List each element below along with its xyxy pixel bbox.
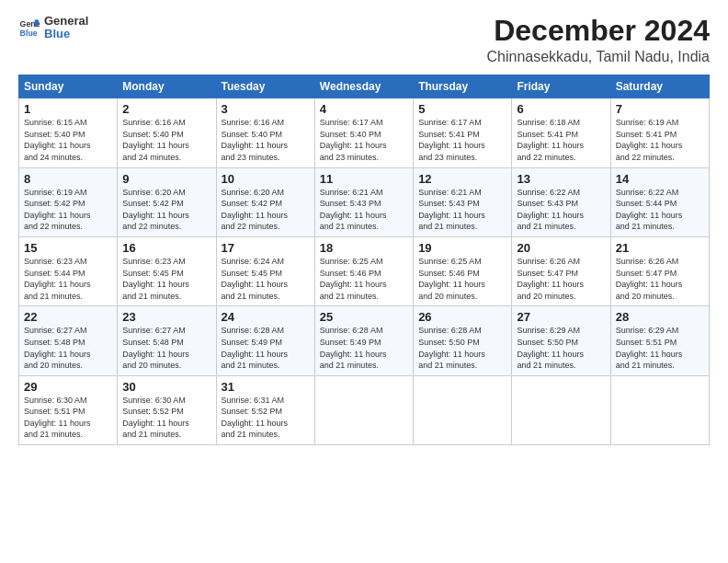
header-monday: Monday bbox=[118, 75, 216, 98]
cell-info: Sunrise: 6:20 AM Sunset: 5:42 PM Dayligh… bbox=[222, 187, 310, 233]
day-number: 4 bbox=[320, 102, 408, 116]
cell-info: Sunrise: 6:17 AM Sunset: 5:40 PM Dayligh… bbox=[320, 117, 408, 163]
header-thursday: Thursday bbox=[414, 75, 512, 98]
calendar-cell: 1Sunrise: 6:15 AM Sunset: 5:40 PM Daylig… bbox=[19, 98, 118, 167]
header-tuesday: Tuesday bbox=[216, 75, 314, 98]
empty-cell bbox=[512, 375, 610, 444]
day-number: 12 bbox=[418, 172, 506, 186]
calendar-cell: 14Sunrise: 6:22 AM Sunset: 5:44 PM Dayli… bbox=[610, 167, 709, 236]
cell-info: Sunrise: 6:26 AM Sunset: 5:47 PM Dayligh… bbox=[517, 256, 605, 302]
calendar-cell: 3Sunrise: 6:16 AM Sunset: 5:40 PM Daylig… bbox=[216, 98, 314, 167]
calendar-cell: 29Sunrise: 6:30 AM Sunset: 5:51 PM Dayli… bbox=[19, 375, 118, 444]
day-number: 3 bbox=[222, 102, 310, 116]
calendar-cell: 4Sunrise: 6:17 AM Sunset: 5:40 PM Daylig… bbox=[314, 98, 413, 167]
day-number: 18 bbox=[320, 241, 408, 255]
cell-info: Sunrise: 6:25 AM Sunset: 5:46 PM Dayligh… bbox=[320, 256, 408, 302]
calendar-cell: 24Sunrise: 6:28 AM Sunset: 5:49 PM Dayli… bbox=[216, 306, 314, 375]
title-area: December 2024 Chinnasekkadu, Tamil Nadu,… bbox=[486, 15, 710, 65]
day-number: 22 bbox=[24, 310, 112, 324]
empty-cell bbox=[314, 375, 413, 444]
day-number: 19 bbox=[418, 241, 506, 255]
week-row-1: 1Sunrise: 6:15 AM Sunset: 5:40 PM Daylig… bbox=[19, 98, 710, 167]
calendar-cell: 25Sunrise: 6:28 AM Sunset: 5:49 PM Dayli… bbox=[314, 306, 413, 375]
cell-info: Sunrise: 6:18 AM Sunset: 5:41 PM Dayligh… bbox=[517, 117, 605, 163]
day-number: 31 bbox=[222, 380, 310, 394]
cell-info: Sunrise: 6:19 AM Sunset: 5:41 PM Dayligh… bbox=[616, 117, 704, 163]
cell-info: Sunrise: 6:16 AM Sunset: 5:40 PM Dayligh… bbox=[122, 117, 210, 163]
calendar-cell: 13Sunrise: 6:22 AM Sunset: 5:43 PM Dayli… bbox=[512, 167, 610, 236]
cell-info: Sunrise: 6:16 AM Sunset: 5:40 PM Dayligh… bbox=[222, 117, 310, 163]
calendar-cell: 30Sunrise: 6:30 AM Sunset: 5:52 PM Dayli… bbox=[118, 375, 216, 444]
header-saturday: Saturday bbox=[610, 75, 709, 98]
header-friday: Friday bbox=[512, 75, 610, 98]
svg-text:Blue: Blue bbox=[20, 29, 38, 38]
month-title: December 2024 bbox=[486, 15, 710, 47]
calendar-cell: 6Sunrise: 6:18 AM Sunset: 5:41 PM Daylig… bbox=[512, 98, 610, 167]
cell-info: Sunrise: 6:21 AM Sunset: 5:43 PM Dayligh… bbox=[320, 187, 408, 233]
cell-info: Sunrise: 6:22 AM Sunset: 5:44 PM Dayligh… bbox=[616, 187, 704, 233]
week-row-3: 15Sunrise: 6:23 AM Sunset: 5:44 PM Dayli… bbox=[19, 236, 710, 305]
cell-info: Sunrise: 6:19 AM Sunset: 5:42 PM Dayligh… bbox=[24, 187, 112, 233]
day-number: 14 bbox=[616, 172, 704, 186]
logo-general-text: General bbox=[44, 15, 88, 28]
calendar-cell: 15Sunrise: 6:23 AM Sunset: 5:44 PM Dayli… bbox=[19, 236, 118, 305]
day-number: 23 bbox=[122, 310, 210, 324]
calendar-cell: 10Sunrise: 6:20 AM Sunset: 5:42 PM Dayli… bbox=[216, 167, 314, 236]
header-row: SundayMondayTuesdayWednesdayThursdayFrid… bbox=[19, 75, 710, 98]
day-number: 8 bbox=[24, 172, 112, 186]
week-row-2: 8Sunrise: 6:19 AM Sunset: 5:42 PM Daylig… bbox=[19, 167, 710, 236]
calendar-body: 1Sunrise: 6:15 AM Sunset: 5:40 PM Daylig… bbox=[19, 98, 710, 445]
cell-info: Sunrise: 6:24 AM Sunset: 5:45 PM Dayligh… bbox=[222, 256, 310, 302]
calendar-cell: 8Sunrise: 6:19 AM Sunset: 5:42 PM Daylig… bbox=[19, 167, 118, 236]
day-number: 16 bbox=[122, 241, 210, 255]
day-number: 29 bbox=[24, 380, 112, 394]
cell-info: Sunrise: 6:25 AM Sunset: 5:46 PM Dayligh… bbox=[418, 256, 506, 302]
day-number: 20 bbox=[517, 241, 605, 255]
calendar-table: SundayMondayTuesdayWednesdayThursdayFrid… bbox=[18, 75, 710, 445]
calendar-cell: 16Sunrise: 6:23 AM Sunset: 5:45 PM Dayli… bbox=[118, 236, 216, 305]
day-number: 1 bbox=[24, 102, 112, 116]
empty-cell bbox=[610, 375, 709, 444]
cell-info: Sunrise: 6:20 AM Sunset: 5:42 PM Dayligh… bbox=[122, 187, 210, 233]
day-number: 5 bbox=[418, 102, 506, 116]
calendar-cell: 11Sunrise: 6:21 AM Sunset: 5:43 PM Dayli… bbox=[314, 167, 413, 236]
calendar-cell: 7Sunrise: 6:19 AM Sunset: 5:41 PM Daylig… bbox=[610, 98, 709, 167]
calendar-cell: 31Sunrise: 6:31 AM Sunset: 5:52 PM Dayli… bbox=[216, 375, 314, 444]
cell-info: Sunrise: 6:28 AM Sunset: 5:49 PM Dayligh… bbox=[320, 325, 408, 371]
calendar-cell: 9Sunrise: 6:20 AM Sunset: 5:42 PM Daylig… bbox=[118, 167, 216, 236]
cell-info: Sunrise: 6:27 AM Sunset: 5:48 PM Dayligh… bbox=[122, 325, 210, 371]
header: General Blue General Blue December 2024 … bbox=[18, 15, 710, 65]
cell-info: Sunrise: 6:22 AM Sunset: 5:43 PM Dayligh… bbox=[517, 187, 605, 233]
calendar-cell: 18Sunrise: 6:25 AM Sunset: 5:46 PM Dayli… bbox=[314, 236, 413, 305]
logo-blue-text: Blue bbox=[44, 28, 88, 40]
day-number: 27 bbox=[517, 310, 605, 324]
page: General Blue General Blue December 2024 … bbox=[0, 0, 728, 563]
logo-icon: General Blue bbox=[18, 17, 40, 39]
cell-info: Sunrise: 6:28 AM Sunset: 5:50 PM Dayligh… bbox=[418, 325, 506, 371]
week-row-4: 22Sunrise: 6:27 AM Sunset: 5:48 PM Dayli… bbox=[19, 306, 710, 375]
cell-info: Sunrise: 6:29 AM Sunset: 5:51 PM Dayligh… bbox=[616, 325, 704, 371]
day-number: 11 bbox=[320, 172, 408, 186]
calendar-cell: 19Sunrise: 6:25 AM Sunset: 5:46 PM Dayli… bbox=[414, 236, 512, 305]
day-number: 10 bbox=[222, 172, 310, 186]
cell-info: Sunrise: 6:21 AM Sunset: 5:43 PM Dayligh… bbox=[418, 187, 506, 233]
calendar-cell: 12Sunrise: 6:21 AM Sunset: 5:43 PM Dayli… bbox=[414, 167, 512, 236]
day-number: 28 bbox=[616, 310, 704, 324]
calendar-cell: 23Sunrise: 6:27 AM Sunset: 5:48 PM Dayli… bbox=[118, 306, 216, 375]
calendar-cell: 22Sunrise: 6:27 AM Sunset: 5:48 PM Dayli… bbox=[19, 306, 118, 375]
day-number: 9 bbox=[122, 172, 210, 186]
cell-info: Sunrise: 6:26 AM Sunset: 5:47 PM Dayligh… bbox=[616, 256, 704, 302]
day-number: 25 bbox=[320, 310, 408, 324]
cell-info: Sunrise: 6:31 AM Sunset: 5:52 PM Dayligh… bbox=[222, 395, 310, 441]
cell-info: Sunrise: 6:28 AM Sunset: 5:49 PM Dayligh… bbox=[222, 325, 310, 371]
day-number: 30 bbox=[122, 380, 210, 394]
day-number: 26 bbox=[418, 310, 506, 324]
cell-info: Sunrise: 6:15 AM Sunset: 5:40 PM Dayligh… bbox=[24, 117, 112, 163]
day-number: 6 bbox=[517, 102, 605, 116]
calendar-cell: 5Sunrise: 6:17 AM Sunset: 5:41 PM Daylig… bbox=[414, 98, 512, 167]
cell-info: Sunrise: 6:30 AM Sunset: 5:51 PM Dayligh… bbox=[24, 395, 112, 441]
day-number: 17 bbox=[222, 241, 310, 255]
calendar-cell: 28Sunrise: 6:29 AM Sunset: 5:51 PM Dayli… bbox=[610, 306, 709, 375]
cell-info: Sunrise: 6:17 AM Sunset: 5:41 PM Dayligh… bbox=[418, 117, 506, 163]
location-title: Chinnasekkadu, Tamil Nadu, India bbox=[486, 49, 710, 65]
